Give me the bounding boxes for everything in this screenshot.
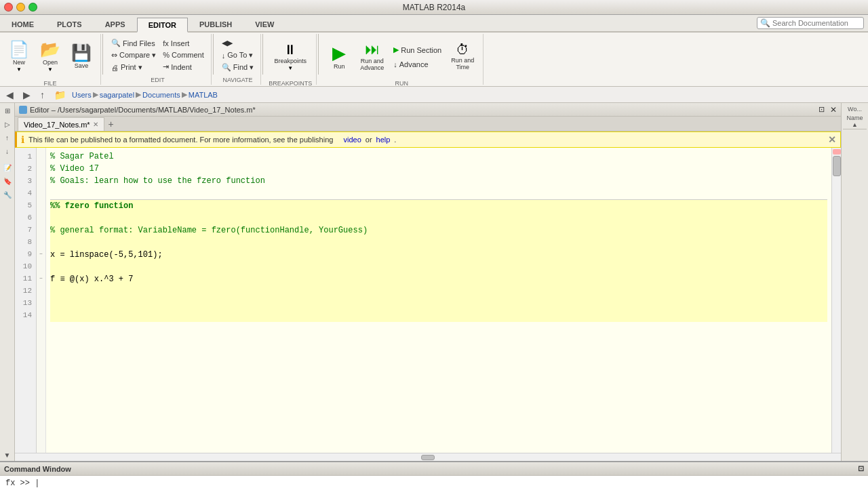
print-button[interactable]: 🖨 Print ▾ bbox=[108, 62, 159, 73]
editor-close-icon[interactable]: ✕ bbox=[830, 105, 837, 115]
tab-filename: Video_17_Notes.m* bbox=[24, 121, 90, 129]
find-button[interactable]: 🔍 Find ▾ bbox=[219, 62, 256, 73]
code-line-5: %% fzero function bbox=[50, 200, 827, 212]
cw-expand-icon[interactable]: ⊡ bbox=[858, 464, 864, 473]
code-editor[interactable]: 1 2 3 4 5 6 7 8 9 10 11 12 13 14 bbox=[15, 148, 841, 453]
open-icon: 📂 bbox=[40, 41, 60, 58]
marker-7 bbox=[37, 224, 45, 236]
marker-14 bbox=[37, 309, 45, 321]
command-window-title: Command Window bbox=[4, 465, 71, 473]
edit-group-label: EDIT bbox=[151, 75, 165, 83]
editor-scrollbar[interactable] bbox=[831, 148, 841, 453]
info-period: . bbox=[394, 136, 396, 144]
sep2 bbox=[213, 34, 214, 75]
insert-icon: fx bbox=[163, 39, 169, 47]
editor-tab-main[interactable]: Video_17_Notes.m* ✕ bbox=[18, 117, 104, 131]
advance-button[interactable]: ↓ Advance bbox=[390, 58, 445, 71]
nav-back-button[interactable]: ◀ bbox=[3, 88, 17, 102]
code-line-9: x = linspace(-5,5,101); bbox=[50, 249, 827, 261]
search-input[interactable] bbox=[772, 19, 861, 27]
ribbon-group-run: ▶ Run ⏭ Run andAdvance ▶ Run Section ↓ A… bbox=[320, 34, 484, 85]
sidebar-icon-1[interactable]: ⊞ bbox=[1, 104, 14, 117]
close-button[interactable] bbox=[4, 3, 13, 12]
compare-icon: ⇔ bbox=[111, 51, 117, 60]
minimize-button[interactable] bbox=[16, 3, 25, 12]
marker-3 bbox=[37, 175, 45, 187]
line-markers: – – bbox=[37, 148, 46, 453]
tab-plots[interactable]: PLOTS bbox=[45, 16, 94, 31]
find-files-button[interactable]: 🔍 Find Files bbox=[108, 37, 159, 49]
run-group-label: RUN bbox=[395, 79, 409, 87]
right-panel: Wo... Name ▲ bbox=[841, 103, 868, 461]
editor-tabs: Video_17_Notes.m* ✕ + bbox=[15, 117, 841, 131]
navigate-back-fwd[interactable]: ◀▶ bbox=[219, 37, 256, 49]
command-window-content[interactable]: fx >> | bbox=[0, 476, 868, 488]
sidebar-icon-3[interactable]: ↑ bbox=[1, 131, 14, 144]
breakpoints-button[interactable]: ⏸ Breakpoints ▼ bbox=[269, 35, 311, 79]
new-button[interactable]: 📄 New ▼ bbox=[4, 35, 34, 79]
save-label: Save bbox=[75, 62, 89, 70]
insert-button[interactable]: fx Insert bbox=[160, 38, 206, 49]
scrollbar-thumb[interactable] bbox=[833, 156, 841, 176]
run-advance-icon: ⏭ bbox=[365, 42, 380, 57]
save-button[interactable]: 💾 Save bbox=[66, 35, 96, 79]
info-text: This file can be published to a formatte… bbox=[28, 136, 333, 144]
tab-apps[interactable]: APPS bbox=[94, 16, 137, 31]
breadcrumb-documents[interactable]: Documents bbox=[142, 91, 180, 99]
run-section-button[interactable]: ▶ Run Section bbox=[390, 43, 445, 57]
indent-button[interactable]: ⇥ Indent bbox=[160, 61, 206, 73]
nav-up-button[interactable]: ↑ bbox=[37, 88, 48, 102]
run-button[interactable]: ▶ Run bbox=[324, 35, 354, 79]
sidebar-icon-6[interactable]: 🔖 bbox=[1, 175, 14, 187]
search-box[interactable]: 🔍 bbox=[757, 17, 864, 29]
code-line-4 bbox=[50, 187, 827, 199]
breadcrumb-users[interactable]: Users bbox=[72, 91, 92, 99]
ribbon-tabs: HOME PLOTS APPS EDITOR PUBLISH VIEW 🔍 bbox=[0, 15, 868, 33]
editor-float-icon[interactable]: ⊡ bbox=[818, 105, 825, 114]
breakpoints-dropdown-icon[interactable]: ▼ bbox=[288, 65, 293, 71]
compare-button[interactable]: ⇔ Compare ▾ bbox=[108, 49, 159, 61]
info-video-link[interactable]: video bbox=[343, 136, 361, 144]
maximize-button[interactable] bbox=[28, 3, 37, 12]
run-and-advance-button[interactable]: ⏭ Run andAdvance bbox=[355, 35, 389, 79]
sidebar-icon-8[interactable]: ▼ bbox=[1, 449, 14, 461]
cw-cursor: | bbox=[35, 479, 39, 488]
code-line-13 bbox=[50, 298, 827, 310]
open-dropdown-icon[interactable]: ▼ bbox=[47, 66, 53, 73]
window-controls[interactable] bbox=[4, 3, 37, 12]
comment-button[interactable]: % Comment bbox=[160, 49, 206, 60]
workspace-name-header[interactable]: Name ▲ bbox=[843, 114, 867, 129]
sidebar-icon-7[interactable]: 🔧 bbox=[1, 188, 14, 201]
info-help-link[interactable]: help bbox=[376, 136, 391, 144]
code-line-2: % Video 17 bbox=[50, 163, 827, 175]
h-scrollbar-thumb[interactable] bbox=[421, 455, 435, 460]
tab-close-button[interactable]: ✕ bbox=[93, 121, 98, 128]
tab-home[interactable]: HOME bbox=[0, 16, 45, 31]
info-close-button[interactable]: ✕ bbox=[828, 134, 836, 145]
ribbon-group-edit: 🔍 Find Files ⇔ Compare ▾ 🖨 Print ▾ fx In… bbox=[104, 34, 212, 85]
find-files-icon: 🔍 bbox=[111, 39, 121, 47]
new-dropdown-icon[interactable]: ▼ bbox=[16, 66, 22, 73]
sep1 bbox=[102, 34, 103, 75]
breadcrumb: Users ▶ sagarpatel ▶ Documents ▶ MATLAB bbox=[72, 90, 218, 99]
code-content[interactable]: % Sagar Patel % Video 17 % Goals: learn … bbox=[46, 148, 831, 453]
sidebar-icon-2[interactable]: ▷ bbox=[1, 118, 14, 130]
h-scrollbar[interactable] bbox=[15, 453, 841, 461]
breadcrumb-matlab[interactable]: MATLAB bbox=[189, 91, 218, 99]
sidebar-icon-5[interactable]: 📝 bbox=[1, 161, 14, 174]
sidebar-icon-4[interactable]: ↓ bbox=[1, 145, 14, 157]
tab-publish[interactable]: PUBLISH bbox=[188, 16, 243, 31]
command-window: Command Window ⊡ fx >> | bbox=[0, 461, 868, 488]
breadcrumb-sagarpatel[interactable]: sagarpatel bbox=[100, 91, 134, 99]
tab-editor[interactable]: EDITOR bbox=[137, 18, 188, 33]
goto-button[interactable]: ↓ Go To ▾ bbox=[219, 49, 256, 61]
run-and-time-button[interactable]: ⏱ Run andTime bbox=[446, 35, 479, 79]
code-line-7: % general format: VariableName = fzero(f… bbox=[50, 224, 827, 237]
tab-view[interactable]: VIEW bbox=[243, 16, 285, 31]
nav-forward-button[interactable]: ▶ bbox=[20, 88, 34, 102]
breakpoints-label: Breakpoints bbox=[274, 58, 307, 65]
code-line-6 bbox=[50, 212, 827, 224]
open-button[interactable]: 📂 Open ▼ bbox=[35, 35, 65, 79]
code-line-10 bbox=[50, 261, 827, 273]
add-tab-button[interactable]: + bbox=[104, 117, 118, 131]
